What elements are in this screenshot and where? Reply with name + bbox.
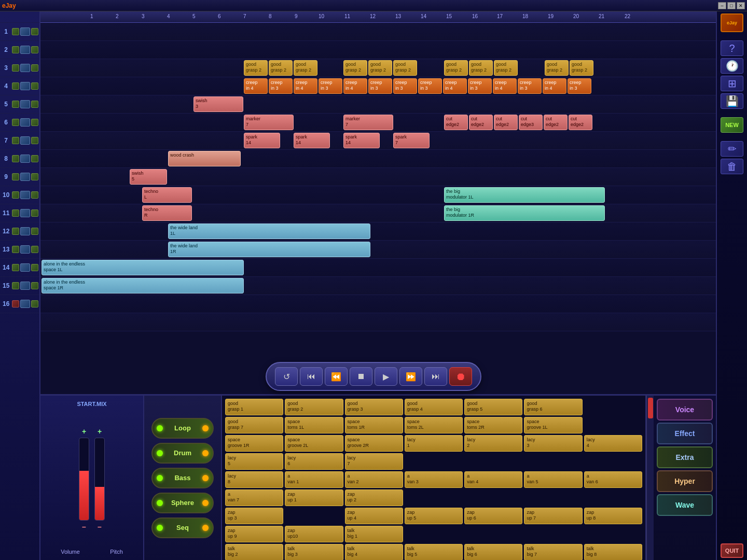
track-lane-12[interactable]: the wide land1L bbox=[40, 222, 716, 241]
track-lane-7[interactable]: spark14 spark14 spark14 spark7 bbox=[40, 132, 716, 150]
track-speaker-2[interactable] bbox=[20, 46, 30, 54]
block-swish-3[interactable]: swish3 bbox=[193, 96, 243, 112]
sample-zap-up-5[interactable]: zapup 5 bbox=[405, 508, 463, 524]
track-lane-9[interactable]: swish5 bbox=[40, 168, 716, 186]
close-button[interactable]: ✕ bbox=[737, 2, 745, 9]
track-area[interactable]: goodgrasp 2 goodgrasp 2 goodgrasp 2 good… bbox=[40, 23, 716, 394]
block-cut-edge2-2[interactable]: cutedge2 bbox=[469, 115, 493, 130]
track-speaker-7[interactable] bbox=[20, 136, 30, 145]
track-lane-4[interactable]: creepin 4 creepin 3 creepin 4 creepin 3 … bbox=[40, 77, 716, 95]
track-speaker-5[interactable] bbox=[20, 100, 30, 108]
track-speaker-11[interactable] bbox=[20, 209, 30, 217]
sample-a-van-1[interactable]: avan 1 bbox=[285, 471, 343, 488]
block-techno-R[interactable]: technoR bbox=[142, 205, 192, 221]
block-spark-7[interactable]: spark7 bbox=[393, 133, 430, 148]
pencil-icon[interactable]: ✏ bbox=[721, 141, 743, 157]
sample-space-toms-2L[interactable]: spacetoms 2L bbox=[405, 417, 463, 433]
track-speaker-15[interactable] bbox=[20, 282, 30, 290]
trash-icon[interactable]: 🗑 bbox=[721, 159, 743, 174]
track-solo-6[interactable] bbox=[31, 119, 38, 126]
track-mute-8[interactable] bbox=[12, 155, 19, 162]
block-good-grasp-2-7[interactable]: goodgrasp 2 bbox=[444, 60, 468, 76]
voice-category-button[interactable]: Voice bbox=[657, 399, 713, 421]
block-creep-in-3-5[interactable]: creepin 3 bbox=[418, 78, 442, 94]
sample-good-grasp-4[interactable]: goodgrasp 4 bbox=[405, 399, 463, 415]
block-wood-crash[interactable]: wood crash bbox=[168, 151, 241, 166]
sample-good-grasp-6[interactable]: goodgrasp 6 bbox=[524, 399, 582, 415]
sample-zap-up-4[interactable]: zapup 4 bbox=[345, 508, 403, 524]
hyper-category-button[interactable]: Hyper bbox=[657, 470, 713, 492]
minimize-button[interactable]: – bbox=[718, 2, 726, 9]
sample-a-van-5[interactable]: avan 5 bbox=[524, 471, 582, 488]
sample-talk-big-2[interactable]: talkbig 2 bbox=[225, 544, 283, 560]
block-wide-land-1L[interactable]: the wide land1L bbox=[168, 223, 370, 239]
sample-space-toms-1L[interactable]: spacetoms 1L bbox=[285, 417, 343, 433]
track-solo-12[interactable] bbox=[31, 228, 38, 235]
seq-button[interactable]: Seq bbox=[151, 517, 214, 538]
track-lane-17[interactable] bbox=[40, 313, 716, 331]
sample-a-van-6[interactable]: avan 6 bbox=[584, 471, 642, 488]
block-alone-space-1L[interactable]: alone in the endlessspace 1L bbox=[42, 260, 244, 275]
block-big-modulator-1L[interactable]: the bigmodulator 1L bbox=[444, 187, 605, 203]
block-good-grasp-2-1[interactable]: goodgrasp 2 bbox=[244, 60, 268, 76]
transport-play-button[interactable]: ▶ bbox=[375, 367, 397, 386]
track-speaker-12[interactable] bbox=[20, 227, 30, 235]
block-wide-land-1R[interactable]: the wide land1R bbox=[168, 242, 370, 257]
volume-slider[interactable] bbox=[79, 438, 89, 521]
track-lane-11[interactable]: technoR the bigmodulator 1R bbox=[40, 204, 716, 222]
clock-icon[interactable]: 🕐 bbox=[721, 58, 743, 74]
block-good-grasp-2-4[interactable]: goodgrasp 2 bbox=[343, 60, 367, 76]
sample-good-grasp-5[interactable]: goodgrasp 5 bbox=[464, 399, 522, 415]
sample-lacy-5[interactable]: lacy5 bbox=[225, 453, 283, 470]
track-mute-3[interactable] bbox=[12, 64, 19, 72]
track-lane-6[interactable]: marker7 marker7 cutedge2 cutedge2 cutedg… bbox=[40, 114, 716, 132]
block-spark-14-1[interactable]: spark14 bbox=[244, 133, 280, 148]
track-lane-3[interactable]: goodgrasp 2 goodgrasp 2 goodgrasp 2 good… bbox=[40, 59, 716, 77]
block-spark-14-2[interactable]: spark14 bbox=[294, 133, 330, 148]
sample-zap-up-10[interactable]: zapup10 bbox=[285, 526, 343, 542]
disk-icon[interactable]: 💾 bbox=[721, 93, 743, 109]
transport-start-button[interactable]: ⏮ bbox=[300, 367, 323, 386]
sample-zap-up-7[interactable]: zapup 7 bbox=[524, 508, 582, 524]
track-solo-5[interactable] bbox=[31, 101, 38, 108]
track-speaker-16[interactable] bbox=[20, 300, 30, 308]
track-mute-5[interactable] bbox=[12, 101, 19, 108]
block-cut-edge2-1[interactable]: cutedge2 bbox=[444, 115, 468, 130]
track-solo-9[interactable] bbox=[31, 173, 38, 180]
sample-a-van-4[interactable]: avan 4 bbox=[464, 471, 522, 488]
track-speaker-8[interactable] bbox=[20, 155, 30, 163]
sample-space-toms-1R[interactable]: spacetoms 1R bbox=[345, 417, 403, 433]
block-creep-in-4-4[interactable]: creepin 4 bbox=[443, 78, 467, 94]
transport-record-button[interactable]: ⏺ bbox=[449, 367, 472, 386]
block-marker-7-1[interactable]: marker7 bbox=[244, 115, 294, 130]
track-mute-6[interactable] bbox=[12, 119, 19, 126]
block-good-grasp-2-3[interactable]: goodgrasp 2 bbox=[294, 60, 317, 76]
track-solo-2[interactable] bbox=[31, 46, 38, 53]
block-creep-in-3-4[interactable]: creepin 3 bbox=[393, 78, 417, 94]
sample-a-van-7[interactable]: avan 7 bbox=[225, 489, 283, 506]
track-solo-13[interactable] bbox=[31, 246, 38, 253]
sample-zap-up-8[interactable]: zapup 8 bbox=[584, 508, 642, 524]
sample-space-groove-1L[interactable]: spacegroove 1L bbox=[524, 417, 582, 433]
extra-category-button[interactable]: Extra bbox=[657, 446, 713, 468]
track-lane-1[interactable] bbox=[40, 23, 716, 41]
sample-space-groove-1R[interactable]: spacegroove 1R bbox=[225, 435, 283, 452]
drum-button[interactable]: Drum bbox=[151, 443, 214, 464]
block-alone-space-1R[interactable]: alone in the endlessspace 1R bbox=[42, 278, 244, 293]
track-mute-9[interactable] bbox=[12, 173, 19, 180]
track-solo-11[interactable] bbox=[31, 209, 38, 217]
maximize-button[interactable]: □ bbox=[727, 2, 736, 9]
track-mute-14[interactable] bbox=[12, 264, 19, 271]
sample-talk-big-1[interactable]: talkbig 1 bbox=[345, 526, 403, 542]
sample-good-grasp-1[interactable]: goodgrasp 1 bbox=[225, 399, 283, 415]
track-solo-8[interactable] bbox=[31, 155, 38, 162]
sample-space-groove-2L[interactable]: spacegroove 2L bbox=[285, 435, 343, 452]
track-mute-4[interactable] bbox=[12, 82, 19, 90]
scroll-thumb[interactable] bbox=[648, 398, 653, 418]
sample-zap-up-3[interactable]: zapup 3 bbox=[225, 508, 283, 524]
transport-stop-button[interactable]: ⏹ bbox=[350, 367, 372, 386]
block-swish-5[interactable]: swish5 bbox=[130, 169, 167, 185]
track-mute-13[interactable] bbox=[12, 246, 19, 253]
block-creep-in-3-8[interactable]: creepin 3 bbox=[568, 78, 591, 94]
block-good-grasp-2-5[interactable]: goodgrasp 2 bbox=[368, 60, 392, 76]
